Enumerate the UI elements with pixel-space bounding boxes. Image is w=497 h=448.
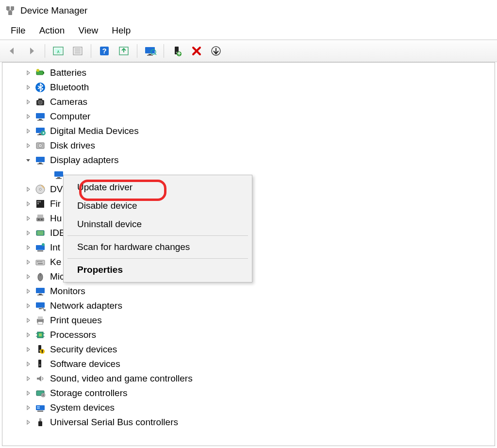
context-menu-scan-for-hardware-changes[interactable]: Scan for hardware changes: [64, 238, 252, 256]
chevron-right-icon[interactable]: [25, 230, 32, 236]
tree-item-system-devices[interactable]: System devices: [2, 400, 495, 415]
menu-action[interactable]: Action: [33, 23, 72, 37]
mouse-icon: [34, 271, 46, 282]
monitor-icon: [34, 285, 46, 297]
svg-rect-34: [37, 120, 43, 121]
svg-rect-2: [8, 11, 12, 15]
tree-item-label: Monitors: [50, 286, 85, 297]
svg-line-20: [155, 53, 156, 55]
help-button[interactable]: ?: [96, 43, 113, 59]
svg-rect-74: [37, 295, 43, 296]
chevron-right-icon[interactable]: [25, 200, 32, 207]
chevron-right-icon[interactable]: [25, 375, 32, 382]
tree-item-sound-video-and-game-controllers[interactable]: Sound, video and game controllers: [2, 371, 495, 386]
svg-rect-58: [36, 231, 44, 235]
svg-rect-17: [149, 54, 151, 55]
chevron-right-icon[interactable]: [25, 404, 32, 411]
context-menu-update-driver[interactable]: Update driver: [64, 178, 252, 197]
menu-help[interactable]: Help: [105, 23, 137, 37]
chevron-down-icon[interactable]: [25, 157, 32, 164]
chevron-right-icon[interactable]: [25, 259, 32, 265]
enable-device-button[interactable]: [169, 43, 185, 59]
svg-rect-97: [37, 411, 43, 412]
back-button[interactable]: [4, 43, 20, 59]
properties-button[interactable]: [69, 43, 86, 59]
chevron-right-icon[interactable]: [25, 346, 32, 353]
tree-item-digital-media-devices[interactable]: Digital Media Devices: [2, 124, 495, 138]
svg-rect-42: [36, 157, 45, 162]
context-menu-properties[interactable]: Properties: [64, 261, 252, 279]
chevron-right-icon[interactable]: [25, 390, 32, 397]
chevron-right-icon[interactable]: [25, 288, 32, 295]
delete-button[interactable]: [188, 43, 205, 59]
context-menu-disable-device[interactable]: Disable device: [64, 197, 252, 215]
software-icon: [34, 358, 46, 370]
chevron-right-icon[interactable]: [25, 128, 32, 134]
tree-item-computer[interactable]: Computer: [2, 109, 495, 124]
svg-point-27: [36, 69, 39, 72]
monitor-tool-button[interactable]: [142, 43, 159, 59]
svg-rect-44: [37, 164, 43, 165]
tree-item-label: Universal Serial Bus controllers: [50, 417, 178, 428]
svg-rect-98: [37, 406, 40, 407]
tree-item-cameras[interactable]: Cameras: [2, 95, 495, 109]
svg-rect-92: [38, 360, 41, 367]
chevron-right-icon[interactable]: [25, 215, 32, 222]
svg-rect-67: [40, 261, 41, 262]
chevron-right-icon[interactable]: [25, 69, 32, 76]
svg-rect-80: [38, 322, 43, 324]
menu-view[interactable]: View: [71, 23, 105, 37]
tree-item-software-devices[interactable]: Software devices: [2, 357, 495, 371]
tree-item-label: Storage controllers: [50, 388, 127, 398]
tree-item-label: Computer: [50, 111, 90, 122]
chevron-right-icon[interactable]: [25, 244, 32, 251]
menu-file[interactable]: File: [4, 23, 33, 37]
storage-icon: [34, 387, 46, 399]
security-icon: [34, 344, 46, 355]
svg-rect-64: [36, 260, 45, 265]
tree-item-security-devices[interactable]: Security devices: [2, 342, 495, 357]
chevron-right-icon[interactable]: [25, 419, 32, 426]
chevron-right-icon[interactable]: [25, 273, 32, 280]
tree-item-bluetooth[interactable]: Bluetooth: [2, 80, 495, 95]
tree-item-print-queues[interactable]: Print queues: [2, 313, 495, 328]
chevron-right-icon[interactable]: [25, 332, 32, 338]
svg-point-63: [42, 243, 45, 246]
chevron-right-icon[interactable]: [25, 113, 32, 120]
usb-icon: [34, 416, 46, 428]
svg-rect-51: [37, 201, 39, 202]
tree-item-storage-controllers[interactable]: Storage controllers: [2, 386, 495, 400]
tree-item-processors[interactable]: Processors: [2, 328, 495, 342]
scan-hardware-button[interactable]: [208, 43, 224, 59]
tree-item-display-adapters[interactable]: Display adapters: [2, 153, 495, 167]
tree-item-network-adapters[interactable]: Network adapters: [2, 299, 495, 313]
chevron-right-icon[interactable]: [25, 302, 32, 309]
chevron-right-icon[interactable]: [25, 361, 32, 367]
chevron-right-icon[interactable]: [25, 317, 32, 324]
tree-item-label: Fir: [50, 199, 61, 209]
svg-point-41: [40, 145, 41, 146]
forward-button[interactable]: [23, 43, 40, 59]
svg-rect-79: [38, 316, 43, 319]
tree-item-label: Security devices: [50, 344, 117, 355]
update-driver-tool-button[interactable]: [116, 43, 132, 59]
tree-item-universal-serial-bus-controllers[interactable]: Universal Serial Bus controllers: [2, 415, 495, 430]
show-hidden-button[interactable]: [50, 43, 66, 59]
svg-rect-82: [39, 333, 42, 336]
chevron-right-icon[interactable]: [25, 142, 32, 149]
chevron-right-icon[interactable]: [25, 186, 32, 193]
svg-rect-76: [39, 308, 42, 309]
cpu-icon: [34, 329, 46, 341]
svg-rect-66: [38, 261, 39, 262]
tree-item-label: Batteries: [50, 67, 86, 78]
tree-item-batteries[interactable]: Batteries: [2, 66, 495, 80]
svg-rect-60: [37, 233, 43, 234]
context-menu-uninstall-device[interactable]: Uninstall device: [64, 215, 252, 233]
tree-item-monitors[interactable]: Monitors: [2, 284, 495, 299]
tree-item-label: Digital Media Devices: [50, 126, 139, 136]
svg-rect-16: [145, 47, 155, 53]
chevron-right-icon[interactable]: [25, 84, 32, 91]
tree-item-disk-drives[interactable]: Disk drives: [2, 138, 495, 153]
chevron-right-icon[interactable]: [25, 99, 32, 105]
svg-rect-59: [37, 232, 43, 232]
